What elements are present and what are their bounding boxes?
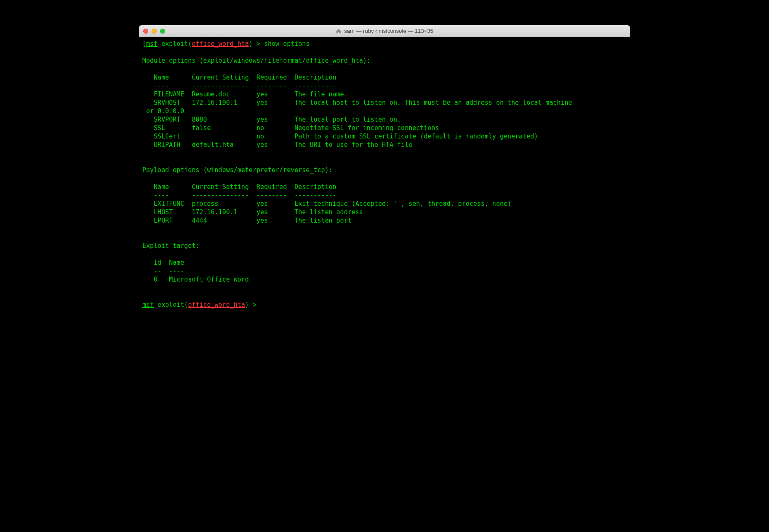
opt-desc: The local port to listen on. (294, 116, 401, 123)
opt-req: yes (256, 90, 268, 98)
col-required: Required (256, 183, 287, 191)
minimize-icon[interactable] (152, 29, 157, 34)
opt-current: 172.16.190.1 (192, 99, 237, 106)
opt-req: yes (256, 217, 268, 224)
col-id: Id (154, 259, 161, 266)
exploit-target-header: Exploit target: (142, 242, 199, 250)
exploit-label: exploit( (158, 40, 192, 48)
opt-current: Resume.doc (192, 90, 230, 98)
opt-req: no (256, 124, 264, 132)
col-u: ---- (169, 267, 184, 275)
opt-current: process (192, 200, 218, 207)
msf-prompt: msf (142, 301, 154, 309)
opt-name: SSLCert (154, 133, 180, 140)
opt-name: EXITFUNC (154, 200, 184, 207)
col-u: -------- (256, 192, 287, 199)
opt-current: 8080 (192, 116, 207, 123)
col-name: Name (154, 183, 169, 191)
col-u: --------------- (192, 82, 248, 90)
target-id: 0 (154, 276, 158, 283)
module-options-header: Module options (exploit/windows/fileform… (142, 57, 371, 64)
target-name: Microsoft Office Word (169, 276, 249, 283)
module-name: office_word_hta (188, 301, 245, 309)
msf-prompt: msf (146, 40, 158, 48)
opt-req: yes (256, 141, 268, 149)
opt-current: 4444 (192, 217, 207, 224)
payload-options-header: Payload options (windows/meterpreter/rev… (142, 166, 333, 174)
col-required: Required (256, 74, 287, 81)
opt-desc: The listen port (294, 217, 351, 224)
col-current: Current Setting (192, 183, 248, 191)
bracket: [ (142, 40, 146, 48)
maximize-icon[interactable] (160, 29, 165, 34)
opt-desc: The local host to listen on. This must b… (294, 99, 572, 106)
opt-desc: Negotiate SSL for incoming connections (294, 124, 439, 132)
module-name: office_word_hta (192, 40, 248, 48)
exploit-label: exploit( (154, 301, 188, 309)
opt-name: URIPATH (154, 141, 180, 149)
opt-current: default.hta (192, 141, 233, 149)
col-description: Description (294, 183, 336, 191)
opt-name: SRVHOST (154, 99, 180, 106)
opt-name: FILENAME (154, 90, 184, 98)
window-title: sam — ruby ‹ msfconsole — 113×35 (143, 28, 626, 34)
opt-cont: or 0.0.0.0 (142, 107, 184, 115)
col-u: -- (154, 267, 161, 275)
col-u: ----------- (294, 82, 336, 90)
opt-name: LHOST (154, 208, 173, 216)
col-name: Name (169, 259, 184, 266)
opt-req: yes (256, 208, 268, 216)
col-name: Name (154, 74, 169, 81)
terminal-body[interactable]: [msf exploit(office_word_hta) > show opt… (139, 37, 630, 340)
command: show options (264, 40, 310, 48)
opt-desc: The URI to use for the HTA file (294, 141, 412, 149)
opt-current: false (192, 124, 211, 132)
opt-desc: The listen address (294, 208, 363, 216)
col-u: -------- (256, 82, 287, 90)
col-description: Description (294, 74, 336, 81)
opt-name: LPORT (154, 217, 173, 224)
opt-req: yes (256, 200, 268, 207)
col-u: ---- (154, 192, 169, 199)
title-text: sam — ruby ‹ msfconsole — 113×35 (344, 28, 433, 34)
col-u: --------------- (192, 192, 248, 199)
opt-desc: Path to a custom SSL certificate (defaul… (294, 133, 538, 140)
col-current: Current Setting (192, 74, 248, 81)
opt-name: SRVPORT (154, 116, 180, 123)
terminal-window: sam — ruby ‹ msfconsole — 113×35 [msf ex… (139, 25, 630, 340)
col-u: ----------- (294, 192, 336, 199)
opt-name: SSL (154, 124, 165, 132)
opt-req: yes (256, 116, 268, 123)
home-icon (336, 28, 342, 34)
titlebar[interactable]: sam — ruby ‹ msfconsole — 113×35 (139, 25, 630, 37)
opt-desc: Exit technique (Accepted: '', seh, threa… (294, 200, 511, 207)
close-icon[interactable] (143, 29, 148, 34)
traffic-lights (143, 29, 165, 34)
col-u: ---- (154, 82, 169, 90)
prompt-end: ) > (245, 301, 260, 309)
opt-req: yes (256, 99, 268, 106)
opt-desc: The file name. (294, 90, 347, 98)
opt-req: no (256, 133, 264, 140)
prompt-end: ) > (249, 40, 264, 48)
opt-current: 172.16.190.1 (192, 208, 237, 216)
